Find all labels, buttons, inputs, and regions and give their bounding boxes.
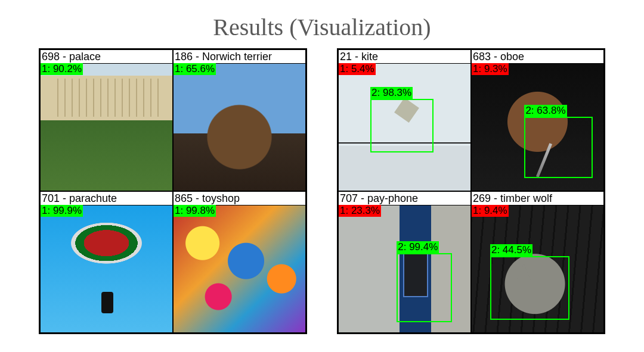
cell-class-label: 698 - palace xyxy=(41,50,172,64)
cell-class-label: 186 - Norwich terrier xyxy=(174,50,305,64)
cell-class-label: 865 - toyshop xyxy=(174,192,305,205)
confidence-tag: 1: 9.3% xyxy=(472,63,509,75)
confidence-tag: 1: 65.6% xyxy=(174,63,216,75)
confidence-tag: 1: 9.4% xyxy=(472,205,509,217)
detection-bbox xyxy=(524,117,593,178)
result-cell: 269 - timber wolf1: 9.4%2: 44.5% xyxy=(471,191,604,333)
confidence-tag: 1: 5.4% xyxy=(339,63,376,75)
cell-image: 1: 99.9% xyxy=(41,205,172,332)
result-cell: 707 - pay-phone1: 23.3%2: 99.4% xyxy=(338,191,471,333)
cell-image: 1: 5.4%2: 98.3% xyxy=(339,63,470,191)
confidence-tag: 2: 99.4% xyxy=(397,241,439,253)
confidence-tag: 1: 23.3% xyxy=(339,205,381,217)
cell-image: 1: 9.3%2: 63.8% xyxy=(472,63,603,191)
confidence-tag: 2: 63.8% xyxy=(524,105,566,117)
result-cell: 21 - kite1: 5.4%2: 98.3% xyxy=(338,49,471,191)
result-cell: 186 - Norwich terrier1: 65.6% xyxy=(173,49,306,191)
result-cell: 698 - palace1: 90.2% xyxy=(40,49,173,191)
cell-class-label: 683 - oboe xyxy=(472,50,603,64)
cell-image: 1: 9.4%2: 44.5% xyxy=(472,205,603,332)
cell-class-label: 701 - parachute xyxy=(41,192,172,205)
detection-bbox xyxy=(370,99,434,152)
confidence-tag: 2: 98.3% xyxy=(370,87,413,99)
cell-class-label: 707 - pay-phone xyxy=(339,192,470,205)
cell-image: 1: 90.2% xyxy=(41,63,172,191)
cell-class-label: 269 - timber wolf xyxy=(472,192,603,205)
confidence-tag: 1: 90.2% xyxy=(41,63,83,75)
detection-bbox xyxy=(397,253,452,322)
cell-class-label: 21 - kite xyxy=(339,50,470,64)
cell-image: 1: 99.8% xyxy=(174,205,305,332)
confidence-tag: 1: 99.8% xyxy=(174,205,216,217)
result-panel: 21 - kite1: 5.4%2: 98.3%683 - oboe1: 9.3… xyxy=(337,48,605,334)
confidence-tag: 2: 44.5% xyxy=(490,244,532,256)
cell-image: 1: 65.6% xyxy=(174,63,305,191)
slide-title: Results (Visualization) xyxy=(0,0,644,48)
cell-image: 1: 23.3%2: 99.4% xyxy=(339,205,470,332)
result-cell: 683 - oboe1: 9.3%2: 63.8% xyxy=(471,49,604,191)
content-area: 698 - palace1: 90.2%186 - Norwich terrie… xyxy=(0,48,644,334)
result-cell: 865 - toyshop1: 99.8% xyxy=(173,191,306,333)
confidence-tag: 1: 99.9% xyxy=(41,205,83,217)
slide: Results (Visualization) 698 - palace1: 9… xyxy=(0,0,644,352)
result-cell: 701 - parachute1: 99.9% xyxy=(40,191,173,333)
result-panel: 698 - palace1: 90.2%186 - Norwich terrie… xyxy=(39,48,307,334)
detection-bbox xyxy=(490,256,569,320)
